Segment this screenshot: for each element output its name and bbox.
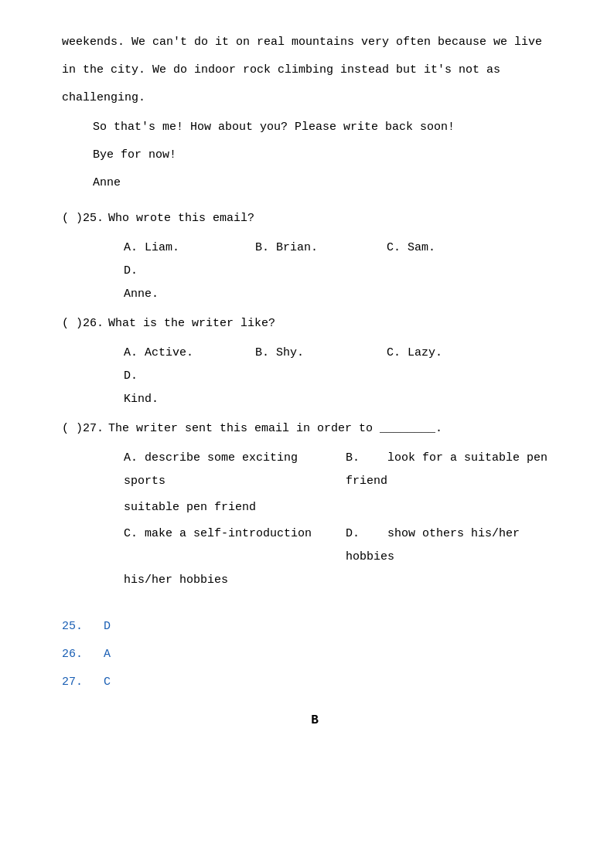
q26-a-label: A. — [124, 346, 138, 359]
q27-a-label: A. — [124, 451, 138, 465]
q25-option-b: B. Brian. — [255, 237, 371, 260]
q27-d-label: D. — [346, 527, 360, 540]
q26-a-value: Active. — [145, 346, 193, 359]
q25-option-a: A. Liam. — [124, 237, 240, 260]
q27-option-a: A. describe some exciting sports — [124, 447, 346, 493]
q26-b-label: B. — [255, 346, 269, 359]
answer-26: 26. A — [62, 643, 568, 666]
q27-option-d: D. show others his/her hobbies — [346, 523, 568, 569]
q26-d-value: Kind. — [124, 393, 159, 406]
paragraph-3: challenging. — [62, 87, 568, 110]
q27-c-label: C. — [124, 527, 138, 540]
q25-b-label: B. — [255, 241, 269, 254]
q27-b-continuation: suitable pen friend — [124, 501, 256, 514]
q26-option-c: C. Lazy. — [387, 342, 503, 365]
q26-option-d: D. — [124, 365, 240, 388]
paragraph-4: So that's me! How about you? Please writ… — [93, 116, 568, 139]
question-26: ( )26. What is the writer like? A. Activ… — [62, 312, 568, 411]
q26-b-value: Shy. — [276, 346, 304, 359]
q27-b-label: B. — [346, 451, 360, 465]
q27-b-value: look for a suitable pen friend — [346, 451, 547, 488]
q27-d-value: show others his/her hobbies — [346, 527, 520, 563]
question-27-text: The writer sent this email in order to _… — [108, 417, 568, 441]
q27-option-c: C. make a self-introduction — [124, 523, 346, 569]
answer-26-number: 26. — [62, 648, 83, 661]
q25-c-value: Sam. — [408, 241, 435, 254]
q26-option-a: A. Active. — [124, 342, 240, 365]
q25-option-c: C. Sam. — [387, 237, 503, 260]
question-26-text: What is the writer like? — [108, 312, 568, 335]
q25-a-label: A. — [124, 241, 138, 254]
question-27: ( )27. The writer sent this email in ord… — [62, 417, 568, 592]
q25-b-value: Brian. — [276, 241, 318, 254]
q25-option-d: D. — [124, 260, 240, 283]
answer-26-value: A — [104, 648, 111, 661]
paragraph-6: Anne — [93, 172, 568, 195]
q25-a-value: Liam. — [145, 241, 179, 254]
answer-27-number: 27. — [62, 676, 83, 689]
section-label: B — [62, 710, 568, 732]
answer-27: 27. C — [62, 671, 568, 694]
paragraph-5: Bye for now! — [93, 144, 568, 167]
answer-25: 25. D — [62, 615, 568, 638]
question-25-number: ( )25. — [62, 207, 108, 230]
q25-d-label: D. — [124, 264, 138, 277]
q26-option-b: B. Shy. — [255, 342, 371, 365]
question-25: ( )25. Who wrote this email? A. Liam. B.… — [62, 207, 568, 306]
paragraph-2: in the city. We do indoor rock climbing … — [62, 59, 568, 82]
q27-option-b: B. look for a suitable pen friend — [346, 447, 568, 493]
answer-25-value: D — [104, 620, 111, 633]
answer-25-number: 25. — [62, 620, 83, 633]
q27-c-value: make a self-introduction — [145, 527, 312, 540]
q26-d-label: D. — [124, 369, 138, 383]
question-27-number: ( )27. — [62, 417, 108, 441]
q26-c-value: Lazy. — [408, 346, 442, 359]
question-26-number: ( )26. — [62, 312, 108, 335]
answer-27-value: C — [104, 676, 111, 689]
q26-c-label: C. — [387, 346, 401, 359]
q27-a-value: describe some exciting sports — [124, 451, 298, 488]
paragraph-1: weekends. We can't do it on real mountai… — [62, 31, 568, 54]
question-25-text: Who wrote this email? — [108, 207, 568, 230]
q25-d-value: Anne. — [124, 288, 159, 301]
q27-d-continuation: his/her hobbies — [124, 574, 228, 587]
q25-c-label: C. — [387, 241, 401, 254]
